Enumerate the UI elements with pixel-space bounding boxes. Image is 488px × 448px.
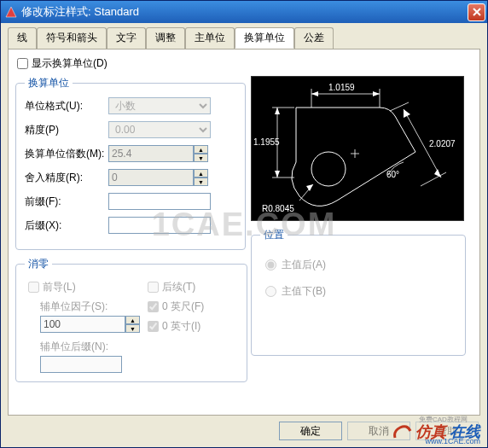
- prefix-label: 前缀(F):: [25, 195, 108, 209]
- inches-label: 0 英寸(I): [162, 319, 200, 334]
- tab-lines[interactable]: 线: [8, 27, 37, 49]
- dialog-window: 修改标注样式: Standard 线 符号和箭头 文字 调整 主单位 换算单位 …: [0, 0, 488, 448]
- svg-marker-9: [275, 108, 280, 114]
- format-select[interactable]: 小数: [108, 97, 211, 114]
- show-alt-checkbox[interactable]: [17, 58, 28, 69]
- below-label: 主值下(B): [282, 284, 326, 299]
- feet-checkbox[interactable]: [148, 301, 159, 312]
- svg-marker-20: [306, 184, 313, 191]
- multiplier-down[interactable]: ▼: [194, 154, 208, 162]
- svg-marker-18: [434, 169, 441, 177]
- ok-button[interactable]: 确定: [279, 422, 342, 440]
- dim-left: 1.1955: [253, 137, 280, 147]
- roundoff-down[interactable]: ▼: [194, 177, 208, 186]
- subfactor-input[interactable]: [40, 316, 125, 333]
- roundoff-label: 舍入精度(R):: [25, 171, 108, 185]
- roundoff-input[interactable]: [108, 169, 194, 186]
- tab-strip: 线 符号和箭头 文字 调整 主单位 换算单位 公差: [8, 27, 480, 49]
- multiplier-label: 换算单位倍数(M):: [25, 147, 108, 161]
- suppress-legend: 消零: [25, 257, 52, 271]
- suffix-label: 后缀(X):: [25, 218, 108, 233]
- show-alt-row: 显示换算单位(D): [15, 56, 473, 71]
- alt-units-group: 换算单位 单位格式(U): 小数 精度(P) 0.00 换算单位倍数(M):: [15, 76, 246, 250]
- multiplier-input[interactable]: [108, 145, 194, 162]
- alt-units-legend: 换算单位: [25, 76, 73, 90]
- below-radio[interactable]: [265, 286, 276, 297]
- tab-primary[interactable]: 主单位: [185, 27, 235, 49]
- after-radio[interactable]: [265, 259, 276, 271]
- inches-checkbox[interactable]: [148, 321, 159, 332]
- subfactor-up[interactable]: ▲: [125, 316, 140, 324]
- position-legend: 位置: [260, 228, 288, 242]
- trailing-label: 后续(T): [162, 280, 195, 294]
- position-group: 位置 主值后(A) 主值下(B): [251, 228, 466, 356]
- multiplier-up[interactable]: ▲: [194, 145, 208, 154]
- tab-text[interactable]: 文字: [107, 27, 146, 49]
- tab-symbols[interactable]: 符号和箭头: [37, 27, 107, 49]
- suffix-input[interactable]: [108, 217, 211, 234]
- svg-point-11: [311, 152, 346, 186]
- content-area: 线 符号和箭头 文字 调整 主单位 换算单位 公差 显示换算单位(D) 换算单位…: [1, 23, 487, 422]
- prefix-input[interactable]: [108, 193, 211, 210]
- leading-checkbox[interactable]: [28, 282, 39, 293]
- subfactor-label: 辅单位因子(S):: [40, 300, 144, 314]
- precision-label: 精度(P): [25, 123, 108, 137]
- app-icon: [4, 5, 18, 19]
- svg-marker-4: [311, 91, 318, 96]
- svg-marker-5: [373, 91, 380, 96]
- tab-panel: 显示换算单位(D) 换算单位 单位格式(U): 小数 精度(P) 0.00: [8, 49, 480, 416]
- titlebar: 修改标注样式: Standard: [1, 1, 487, 23]
- feet-label: 0 英尺(F): [162, 300, 204, 314]
- subsuffix-input[interactable]: [40, 356, 122, 373]
- subfactor-down[interactable]: ▼: [125, 324, 140, 333]
- tab-tolerance[interactable]: 公差: [294, 27, 334, 49]
- brand-ext: 免费CAD教程网: [419, 415, 468, 424]
- brand-icon: [392, 422, 412, 442]
- dim-radius: R0.8045: [262, 204, 294, 213]
- brand-logo: 免费CAD教程网 仿真 在线 www.1CAE.com: [392, 422, 480, 442]
- subsuffix-label: 辅单位后缀(N):: [40, 340, 144, 354]
- svg-marker-0: [6, 7, 16, 17]
- tab-fit[interactable]: 调整: [146, 27, 185, 49]
- svg-marker-10: [275, 171, 280, 177]
- after-label: 主值后(A): [282, 258, 326, 272]
- titlebar-text: 修改标注样式: Standard: [21, 4, 468, 20]
- dim-angle: 60°: [386, 170, 399, 179]
- format-label: 单位格式(U):: [25, 99, 108, 113]
- roundoff-up[interactable]: ▲: [194, 169, 208, 177]
- svg-line-15: [390, 102, 409, 111]
- svg-marker-17: [404, 109, 410, 118]
- dim-right: 2.0207: [429, 139, 456, 148]
- show-alt-label: 显示换算单位(D): [32, 56, 107, 71]
- leading-label: 前导(L): [43, 280, 76, 294]
- dim-top: 1.0159: [328, 83, 355, 92]
- trailing-checkbox[interactable]: [148, 282, 159, 293]
- svg-line-16: [421, 172, 446, 186]
- brand-url: www.1CAE.com: [425, 437, 480, 445]
- suppress-group: 消零 前导(L) 辅单位因子(S):: [15, 257, 247, 382]
- precision-select[interactable]: 0.00: [108, 121, 211, 138]
- close-button[interactable]: [468, 3, 485, 21]
- preview-pane: 1.0159 1.1955: [251, 76, 464, 221]
- tab-alternate[interactable]: 换算单位: [235, 27, 294, 49]
